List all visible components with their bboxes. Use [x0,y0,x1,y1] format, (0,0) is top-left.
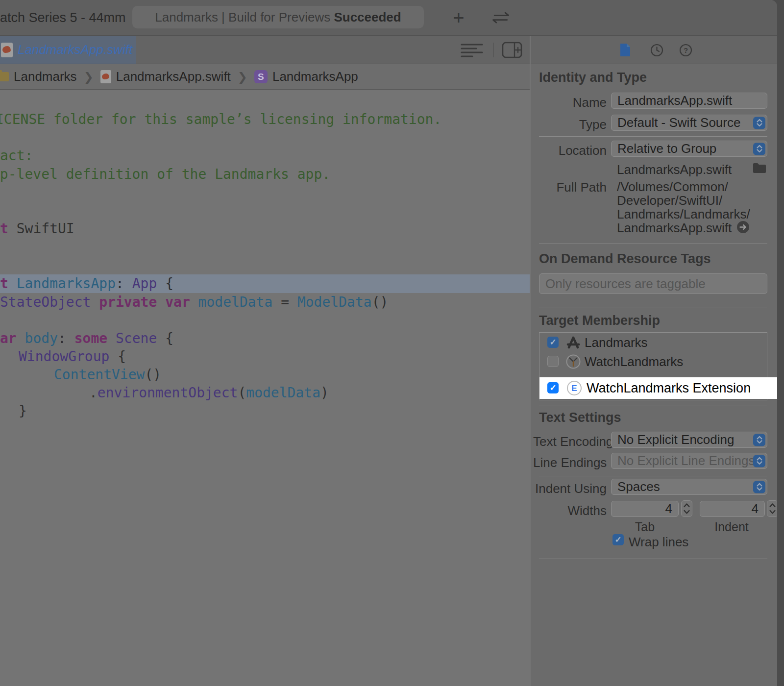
checkbox-checked[interactable]: ✓ [547,382,559,393]
wrap-lines-label: Wrap lines [629,535,688,550]
dropdown-stepper-icon [753,455,765,467]
target-row-watchlandmarks[interactable]: WatchLandmarks [539,352,767,371]
help-icon: ? [679,44,692,57]
text-encoding-dropdown[interactable]: No Explicit Encoding [611,432,767,448]
file-inspector-tab[interactable] [619,43,632,57]
separator [539,476,767,476]
separator [539,136,767,137]
indent-width-value: 4 [752,501,759,516]
indent-using-label: Indent Using [533,481,607,496]
source-editor[interactable]: ICENSE folder for this sample’s licensin… [0,90,530,686]
folder-icon [752,162,767,174]
status-result: Succeeded [334,10,401,25]
name-field[interactable]: LandmarksApp.swift [611,93,767,109]
indent-using-dropdown[interactable]: Spaces [611,479,767,495]
quick-help-inspector-tab[interactable]: ? [679,44,692,57]
code-line: StateObject private var modelData = Mode… [0,293,388,311]
inspector-tab-strip: ? [531,36,777,64]
checkbox-unchecked[interactable] [547,356,559,367]
clock-icon [650,44,663,57]
watch-app-icon [565,354,581,369]
tab-width-value: 4 [665,501,672,516]
struct-badge-icon: S [254,70,268,83]
history-inspector-tab[interactable] [650,44,663,57]
tab-landmarksapp-swift[interactable]: LandmarksApp.swift [0,36,136,64]
app-store-icon [565,334,582,351]
tab-width-field[interactable]: 4 [611,501,679,517]
separator [539,244,767,244]
separator [539,406,767,406]
activity-status[interactable]: Landmarks | Build for Previews Succeeded [132,6,424,28]
add-editor-button[interactable] [502,42,523,58]
code-line: ar body: some Scene { [0,329,173,347]
target-row-watchlandmarks-extension[interactable]: ✓ E WatchLandmarks Extension [539,377,777,399]
file-inspector-panel: Identity and Type Name LandmarksApp.swif… [531,64,777,686]
code-line: ContentView() [54,366,161,384]
location-dropdown[interactable]: Relative to Group [611,141,767,157]
section-header-identity: Identity and Type [539,70,647,85]
swift-file-icon [1,43,13,57]
name-value: LandmarksApp.swift [617,93,732,108]
checkbox-checked[interactable]: ✓ [547,337,559,348]
toolbar-separator [493,43,494,57]
type-label: Type [533,117,607,132]
run-destination[interactable]: atch Series 5 - 44mm [0,0,126,35]
breadcrumb-item-group[interactable]: Landmarks [0,69,77,84]
minimap-button[interactable] [460,42,484,58]
breadcrumb-item-file[interactable]: LandmarksApp.swift [100,69,231,84]
chevron-right-icon: ❯ [84,70,94,84]
swap-arrows-icon [490,10,512,25]
line-endings-dropdown[interactable]: No Explicit Line Endings [611,453,767,469]
separator [539,559,767,559]
choose-folder-button[interactable] [752,162,767,174]
status-text: Landmarks | Build for Previews [155,10,334,25]
indent-width-field[interactable]: 4 [700,501,765,517]
arrow-circle-icon [736,220,750,234]
dropdown-stepper-icon [753,117,765,129]
full-path-label: Full Path [533,180,607,195]
version-editor-button[interactable] [490,9,512,26]
type-dropdown[interactable]: Default - Swift Source [611,115,767,131]
location-value: Relative to Group [617,141,716,156]
location-file-name: LandmarksApp.swift [617,162,732,177]
screenshot-stage: atch Series 5 - 44mm Landmarks | Build f… [0,0,784,686]
indent-width-stepper[interactable] [767,500,777,517]
chevron-right-icon: ❯ [238,70,247,84]
odr-placeholder: Only resources are taggable [545,276,706,292]
location-label: Location [533,143,607,158]
add-button[interactable]: + [448,9,469,26]
odr-tags-field[interactable]: Only resources are taggable [539,273,767,294]
code-line: .environmentObject(modelData) [89,384,329,402]
code-line: act: [0,147,33,165]
text-lines-icon [460,42,484,58]
section-header-target-membership: Target Membership [539,313,660,328]
indent-caption: Indent [714,520,749,534]
split-editor-icon [502,42,523,58]
wrap-lines-checkbox[interactable]: ✓ [612,534,624,545]
target-label: Landmarks [585,335,648,350]
breadcrumb-item-symbol[interactable]: S LandmarksApp [254,69,358,84]
target-row-landmarks[interactable]: ✓ Landmarks [539,333,767,352]
open-path-button[interactable] [736,220,750,234]
line-endings-value: No Explicit Line Endings [617,453,755,468]
xcode-window: atch Series 5 - 44mm Landmarks | Build f… [0,0,777,686]
section-header-text-settings: Text Settings [539,410,621,425]
code-line: op-level definition of the Landmarks app… [0,165,330,183]
target-label: WatchLandmarks [585,354,683,369]
full-path-value: /Volumes/Common/ Developer/SwiftUI/ Land… [617,180,750,235]
svg-text:E: E [571,384,577,393]
svg-text:?: ? [684,46,688,54]
toolbar: atch Series 5 - 44mm Landmarks | Build f… [0,0,777,36]
indent-using-value: Spaces [617,479,660,494]
breadcrumb-label: LandmarksApp.swift [116,69,231,84]
folder-icon [0,72,9,81]
file-icon [619,43,632,57]
widths-label: Widths [533,503,607,518]
tab-width-stepper[interactable] [681,500,692,517]
name-label: Name [533,95,607,110]
tab-label: LandmarksApp.swift [18,42,132,57]
breadcrumb: Landmarks ❯ LandmarksApp.swift ❯ S Landm… [0,64,530,90]
line-endings-label: Line Endings [533,455,607,470]
target-label: WatchLandmarks Extension [587,381,751,396]
section-header-odr: On Demand Resource Tags [539,251,711,267]
